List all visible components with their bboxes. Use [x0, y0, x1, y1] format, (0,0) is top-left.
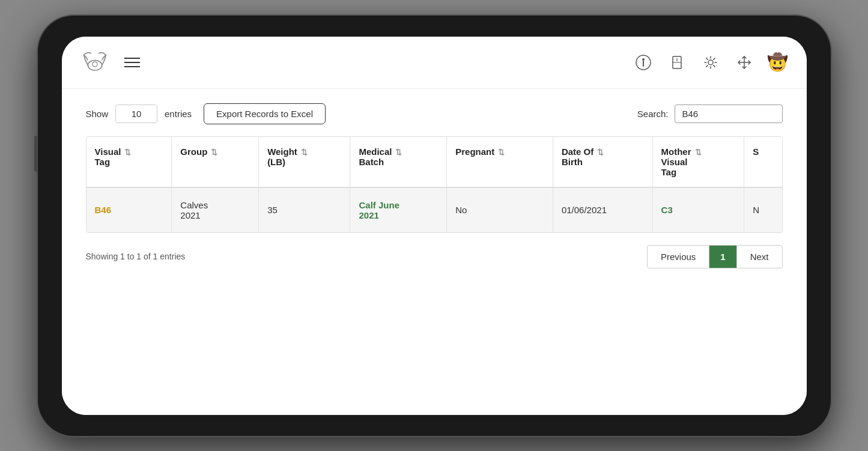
cell-medical-batch: Calf June2021: [350, 187, 447, 232]
user-avatar[interactable]: 🤠: [767, 52, 789, 73]
previous-button[interactable]: Previous: [647, 245, 709, 268]
search-row: Search:: [637, 104, 783, 123]
pagination-buttons: Previous 1 Next: [647, 245, 783, 268]
entries-input[interactable]: [115, 104, 157, 123]
bookmark-icon[interactable]: [666, 52, 688, 73]
col-mother-visual-tag[interactable]: MotherVisualTag ⇅: [652, 137, 744, 187]
move-icon[interactable]: [733, 52, 755, 73]
phone-notch: [386, 16, 482, 32]
cell-s: N: [744, 187, 782, 232]
sort-pregnant-icon: ⇅: [498, 148, 505, 157]
show-label: Show: [86, 109, 109, 119]
search-label: Search:: [637, 109, 669, 119]
col-s[interactable]: S: [744, 137, 782, 187]
sort-visual-tag-icon: ⇅: [124, 148, 131, 157]
settings-icon[interactable]: [700, 52, 721, 73]
svg-point-8: [708, 60, 713, 65]
controls-row: Show entries Export Records to Excel Sea…: [86, 103, 783, 124]
export-records-button[interactable]: Export Records to Excel: [204, 103, 326, 124]
phone-frame: 🤠 Show entries Export Records to Excel S…: [38, 16, 831, 436]
info-icon[interactable]: [633, 52, 654, 73]
phone-screen: 🤠 Show entries Export Records to Excel S…: [62, 37, 807, 415]
search-input[interactable]: [675, 104, 783, 123]
cell-mother-visual-tag: C3: [652, 187, 744, 232]
table-row[interactable]: B46 Calves2021 35 Calf June2021: [86, 187, 782, 232]
entries-label: entries: [165, 109, 192, 119]
svg-point-4: [642, 58, 643, 59]
col-weight[interactable]: Weight(LB) ⇅: [259, 137, 350, 187]
sort-dob-icon: ⇅: [597, 148, 604, 157]
logo[interactable]: [80, 46, 110, 79]
sort-weight-icon: ⇅: [301, 148, 308, 157]
data-table-wrapper: VisualTag ⇅ Group ⇅: [86, 136, 783, 233]
current-page-number[interactable]: 1: [709, 245, 736, 268]
pagination-row: Showing 1 to 1 of 1 entries Previous 1 N…: [86, 245, 783, 268]
header-left: [80, 46, 140, 79]
col-date-of-birth[interactable]: Date OfBirth ⇅: [553, 137, 652, 187]
header-right: 🤠: [633, 52, 789, 73]
main-content: Show entries Export Records to Excel Sea…: [62, 89, 807, 415]
data-table: VisualTag ⇅ Group ⇅: [86, 137, 782, 232]
cell-pregnant: No: [447, 187, 553, 232]
col-medical-batch[interactable]: MedicalBatch ⇅: [350, 137, 447, 187]
hamburger-menu-icon[interactable]: [124, 58, 140, 67]
svg-point-1: [92, 61, 97, 66]
cell-visual-tag: B46: [86, 187, 172, 232]
cell-date-of-birth: 01/06/2021: [553, 187, 652, 232]
cell-weight: 35: [259, 187, 350, 232]
sort-medical-batch-icon: ⇅: [395, 148, 402, 157]
next-button[interactable]: Next: [736, 245, 783, 268]
cell-group: Calves2021: [172, 187, 259, 232]
col-pregnant[interactable]: Pregnant ⇅: [447, 137, 553, 187]
header: 🤠: [62, 37, 807, 89]
sort-group-icon: ⇅: [211, 148, 217, 157]
col-visual-tag[interactable]: VisualTag ⇅: [86, 137, 172, 187]
entries-info: Showing 1 to 1 of 1 entries: [86, 252, 186, 261]
col-group[interactable]: Group ⇅: [172, 137, 259, 187]
phone-side-button: [34, 136, 37, 172]
table-header-row: VisualTag ⇅ Group ⇅: [86, 137, 782, 187]
sort-mother-tag-icon: ⇅: [695, 148, 702, 157]
